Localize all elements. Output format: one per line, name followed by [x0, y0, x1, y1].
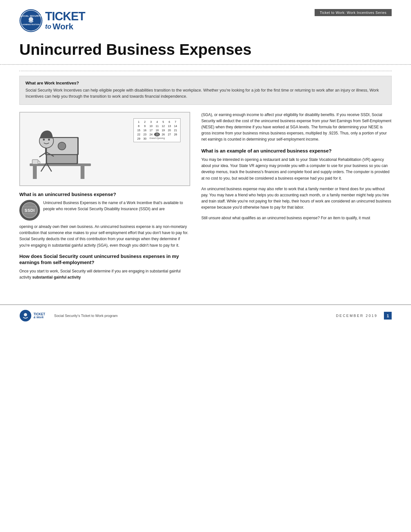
footer-page: 1	[384, 312, 392, 320]
ssdi-badge: SSDI	[19, 200, 40, 221]
ssdi-intro-text: Unincurred Business Expenses is the name…	[43, 200, 190, 221]
calendar-grid: 1 2 3 4 5 6 7 8 9 10 11 12 13 14 15 16 1	[136, 120, 178, 141]
svg-text:SOCIAL SECURITY: SOCIAL SECURITY	[20, 15, 42, 17]
footer-logo-text: TICKET & Work	[34, 312, 45, 319]
col-left: 1 2 3 4 5 6 7 8 9 10 11 12 13 14 15 16 1	[19, 112, 198, 285]
logo-area: SOCIAL SECURITY ADMINISTRATION TICKET to…	[19, 9, 85, 32]
svg-text:SSDI: SSDI	[24, 208, 34, 213]
svg-point-14	[43, 139, 45, 141]
info-box: What are Work Incentives? Social Securit…	[19, 76, 392, 105]
illustration-svg	[23, 115, 94, 183]
footer-logo: TICKET & Work	[19, 310, 45, 322]
how-does-heading: How does Social Security count unincurre…	[19, 253, 190, 266]
info-box-title: What are Work Incentives?	[25, 81, 386, 85]
logo-to-text: to	[45, 23, 51, 30]
logo-to-work: to Work	[45, 22, 85, 31]
illustration-box: 1 2 3 4 5 6 7 8 9 10 11 12 13 14 15 16 1	[19, 112, 190, 186]
svg-point-3	[29, 17, 33, 22]
ssdi-badge-svg: SSDI	[19, 201, 40, 220]
example-body-3: Still unsure about what qualifies as an …	[201, 215, 392, 221]
svg-point-15	[48, 139, 50, 141]
ssdi-intro: SSDI Unincurred Business Expenses is the…	[19, 200, 190, 221]
footer-logo-icon	[19, 310, 32, 322]
series-banner: Ticket to Work: Work Incentives Series	[315, 9, 392, 16]
example-body-1: You may be interested in opening a resta…	[201, 157, 392, 182]
title-divider	[19, 71, 392, 71]
page-title-area: Unincurred Business Expenses	[0, 35, 411, 65]
right-top-text: (SGA), or earning enough income to affec…	[201, 112, 392, 143]
calendar-container: 1 2 3 4 5 6 7 8 9 10 11 12 13 14 15 16 1	[133, 118, 181, 142]
svg-rect-6	[33, 166, 37, 179]
header: SOCIAL SECURITY ADMINISTRATION TICKET to…	[0, 0, 411, 35]
page-title: Unincurred Business Expenses	[19, 41, 392, 58]
what-is-heading: What is an unincurred business expense?	[19, 191, 190, 198]
footer-date: DECEMBER 2019	[336, 314, 377, 318]
svg-text:ADMINISTRATION: ADMINISTRATION	[22, 24, 40, 25]
example-body-2: An unincurred business expense may also …	[201, 186, 392, 211]
svg-point-12	[58, 142, 66, 150]
col-right: (SGA), or earning enough income to affec…	[198, 112, 392, 285]
main-content: 1 2 3 4 5 6 7 8 9 10 11 12 13 14 15 16 1	[0, 112, 411, 285]
what-is-body: opening or already own their own busines…	[19, 224, 190, 249]
logo-text-block: TICKET to Work	[45, 11, 85, 31]
svg-rect-9	[47, 155, 77, 163]
logo-ticket-text: TICKET	[45, 11, 85, 22]
example-heading: What is an example of an unincurred busi…	[201, 148, 392, 154]
svg-rect-21	[32, 160, 38, 164]
ssa-logo-icon: SOCIAL SECURITY ADMINISTRATION	[19, 9, 43, 32]
footer: TICKET & Work Social Security's Ticket t…	[0, 304, 411, 326]
svg-point-28	[24, 313, 27, 316]
footer-center-text: Social Security's Ticket to Work program	[54, 314, 336, 318]
svg-rect-7	[81, 166, 84, 179]
how-does-body: Once you start to work, Social Security …	[19, 268, 190, 281]
info-box-text: Social Security Work Incentives can help…	[25, 87, 386, 100]
logo-work-text: Work	[53, 22, 73, 31]
